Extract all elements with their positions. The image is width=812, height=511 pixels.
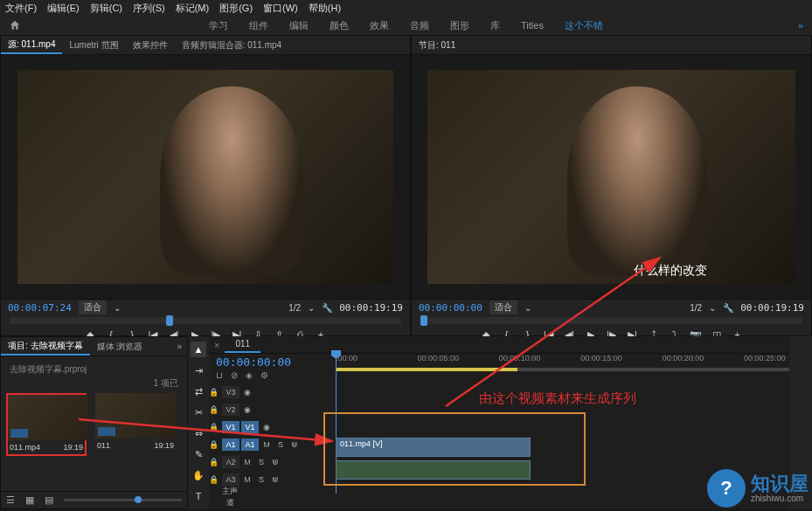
annotation-text: 由这个视频素材来生成序列 [479,390,636,407]
wrench-icon[interactable]: 🔧 [723,303,733,313]
track-a1-toggle[interactable]: A1 [241,438,259,451]
zoom-slider[interactable] [64,499,182,501]
mute-icon[interactable]: M [240,475,254,484]
clip-duration: 19:19 [63,443,83,452]
solo-icon[interactable]: S [254,475,268,484]
mute-icon[interactable]: M [260,440,274,449]
source-timecode-in[interactable]: 00:00:07:24 [8,302,72,314]
home-icon[interactable] [9,19,21,31]
project-item-clip[interactable]: 011.mp419:19 [6,393,87,456]
workspace-effects[interactable]: 效果 [370,19,389,32]
snap-icon[interactable]: ⊔ [216,370,226,381]
panel-overflow-icon[interactable]: » [171,342,187,351]
track-v3-toggle[interactable]: V3 [222,386,239,398]
slip-tool[interactable]: ⇔ [191,425,206,441]
track-v1-toggle[interactable]: V1 [241,421,259,433]
eye-icon[interactable]: ◉ [240,405,254,414]
project-item-sequence[interactable]: 01119:19 [95,393,176,456]
freeform-view-icon[interactable]: ▤ [45,494,57,507]
workspace-color[interactable]: 颜色 [330,19,349,32]
program-monitor-panel: 节目: 011 什么样的改变 00:00:00:00 适合 ⌄ 1/2⌄ 🔧 0… [411,35,812,336]
track-a1-source[interactable]: A1 [222,438,239,451]
program-label[interactable]: 节目: 011 [412,39,462,52]
project-filename: 去除视频字幕.prproj [6,362,182,377]
solo-icon[interactable]: S [254,458,268,466]
watermark-icon: ? [707,469,746,508]
workspace-editing[interactable]: 编辑 [289,19,309,32]
menu-markers[interactable]: 标记(M) [176,2,210,15]
project-footer: ☰ ▦ ▤ [1,491,187,508]
project-bin[interactable]: 去除视频字幕.prproj 1 项已 011.mp419:19 01119:19 [1,356,187,491]
menu-window[interactable]: 窗口(W) [263,2,298,15]
program-timecode-out: 00:00:19:19 [740,302,804,314]
source-timecode-out: 00:00:19:19 [339,302,403,314]
wrench-icon[interactable]: 🔧 [322,303,332,313]
eye-icon[interactable]: ◉ [240,388,254,397]
voiceover-icon[interactable]: ⋓ [268,475,282,484]
settings-icon[interactable]: ⚙ [260,370,271,381]
source-scrub-bar[interactable] [10,317,401,324]
source-scale-dropdown[interactable]: 1/2 [288,303,301,313]
tab-source[interactable]: 源: 011.mp4 [1,36,62,54]
workspace-library[interactable]: 库 [490,19,500,32]
menu-clip[interactable]: 剪辑(C) [90,2,122,15]
timeline-ruler[interactable]: :00:00 00:00:05:00 00:00:10:00 00:00:15:… [336,354,789,383]
program-monitor-video[interactable]: 什么样的改变 [412,55,811,299]
voiceover-icon[interactable]: ⋓ [288,440,302,449]
type-tool[interactable]: T [191,488,206,504]
clip-name: 011.mp4 [10,443,40,452]
track-v2-toggle[interactable]: V2 [222,404,239,416]
ripple-edit-tool[interactable]: ⇄ [191,383,206,399]
voiceover-icon[interactable]: ⋓ [268,458,282,466]
ruler-tick: 00:00:20:00 [663,354,704,363]
chevron-down-icon: ⌄ [114,303,121,313]
annotation-highlight-box [323,412,586,486]
timeline-close-icon[interactable]: × [209,340,225,350]
icon-view-icon[interactable]: ▦ [25,494,38,507]
menu-graphics[interactable]: 图形(G) [219,2,253,15]
program-timecode-in[interactable]: 00:00:00:00 [419,302,482,314]
program-scale-dropdown[interactable]: 1/2 [690,303,702,313]
ruler-tick: 00:00:10:00 [499,354,541,363]
workspace-overflow-icon[interactable]: » [798,20,803,31]
selection-tool[interactable]: ▲ [191,342,206,357]
pen-tool[interactable]: ✎ [191,446,206,462]
tab-lumetri[interactable]: Lumetri 范围 [62,36,125,54]
source-fit-dropdown[interactable]: 适合 [79,300,107,314]
work-area-bar[interactable] [336,368,789,371]
workspace-assembly[interactable]: 组件 [249,19,268,32]
markers-icon[interactable]: ◈ [246,370,256,381]
sequence-duration: 19:19 [154,441,174,450]
tab-project[interactable]: 项目: 去除视频字幕 [1,337,90,356]
menu-help[interactable]: 帮助(H) [309,2,341,15]
eye-icon[interactable]: ◉ [260,423,274,432]
workspace-graphics[interactable]: 图形 [450,19,469,32]
ruler-tick: 00:00:25:00 [744,354,786,363]
mute-icon[interactable]: M [240,458,254,466]
workspace-audio[interactable]: 音频 [410,19,429,32]
linked-selection-icon[interactable]: ⊘ [231,370,241,381]
timeline-timecode[interactable]: 00:00:00:00 [216,356,329,369]
source-monitor-video[interactable] [1,55,410,299]
razor-tool[interactable]: ✂ [191,404,206,420]
solo-icon[interactable]: S [274,440,288,449]
tab-audio-mixer[interactable]: 音频剪辑混合器: 011.mp4 [175,36,288,54]
sequence-name: 011 [97,441,110,450]
menu-sequence[interactable]: 序列(S) [133,2,165,15]
workspace-custom[interactable]: 这个不错 [565,19,603,32]
menu-file[interactable]: 文件(F) [5,2,37,15]
program-scrub-bar[interactable] [420,317,802,324]
timeline-sequence-tab[interactable]: 011 [225,336,260,353]
track-select-tool[interactable]: ⇥ [191,363,206,378]
hand-tool[interactable]: ✋ [191,467,206,483]
program-panel-tabs: 节目: 011 [412,36,811,55]
menu-edit[interactable]: 编辑(E) [47,2,80,15]
track-a2-toggle[interactable]: A2 [222,456,239,468]
program-fit-dropdown[interactable]: 适合 [489,300,517,314]
workspace-titles[interactable]: Titles [521,20,544,31]
list-view-icon[interactable]: ☰ [6,494,18,507]
tab-effect-controls[interactable]: 效果控件 [126,36,175,54]
track-v1-source[interactable]: V1 [222,421,239,433]
workspace-learn[interactable]: 学习 [209,19,228,32]
tab-media-browser[interactable]: 媒体 浏览器 [90,337,150,356]
